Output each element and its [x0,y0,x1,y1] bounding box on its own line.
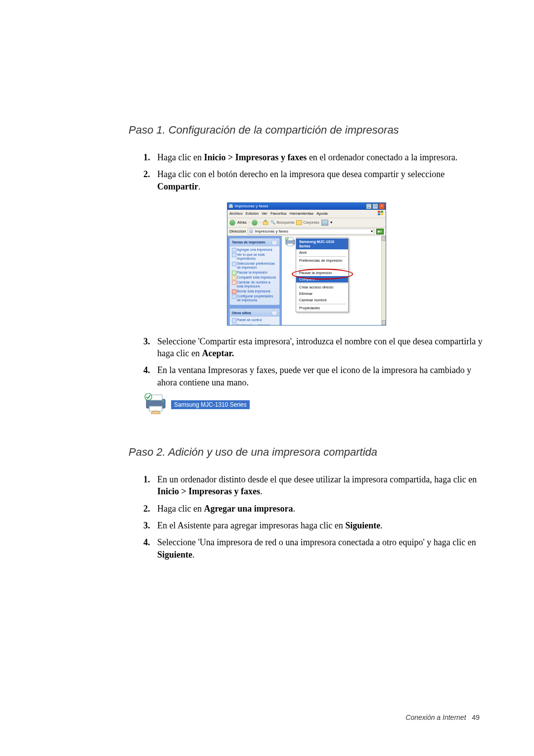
folders-button[interactable]: Carpetas [296,220,319,225]
step1-item-2: Haga clic con el botón derecho en la imp… [143,168,485,192]
collapse-icon[interactable]: ˆ [271,239,277,245]
maximize-icon[interactable]: □ [372,203,378,209]
menu-item[interactable]: Ayuda [316,211,328,216]
search-button[interactable]: Búsqueda [270,220,294,225]
place-link[interactable]: Escáneres y cámaras [232,323,277,325]
panel-title: Tareas de impresión [232,240,266,244]
minimize-icon[interactable]: _ [366,203,372,209]
close-icon[interactable]: × [379,203,385,209]
task-link[interactable]: Ver lo que se está imprimiendo [232,252,277,261]
bold: Agregar una impresora [204,504,293,514]
svg-rect-1 [229,204,232,206]
step2-item-2: Haga clic en Agregar una impresora. [143,503,485,515]
printers-faxes-icon [228,204,233,209]
ctx-pause[interactable]: Pausar la impresión [296,270,348,276]
step2-item-1: En un ordenador distinto desde el que de… [143,473,485,498]
task-link[interactable]: Compartir esta impresora [232,275,277,280]
ctx-delete[interactable]: Eliminar [296,290,348,297]
forward-icon[interactable] [252,220,258,226]
collapse-icon[interactable]: ˆ [271,310,277,316]
ctx-rename[interactable]: Cambiar nombre [296,297,348,303]
text: En un ordenador distinto desde el que de… [157,474,477,484]
svg-point-12 [293,240,294,241]
bold: Inicio > Impresoras y faxes [157,486,260,496]
bold: Inicio > Impresoras y faxes [204,152,307,162]
menu-item[interactable]: Ver [262,211,267,216]
scroll-down-icon[interactable] [382,320,386,325]
menu-item[interactable]: Favoritos [270,211,287,216]
step1-list: Haga clic en Inicio > Impresoras y faxes… [143,151,485,192]
text: . [293,504,295,514]
xp-window-buttons: _ □ × [366,203,385,209]
back-icon[interactable] [229,220,235,226]
footer-page-number: 49 [472,713,480,721]
task-link[interactable]: Cambiar de nombre a esta impresora [232,280,277,289]
scrollbar[interactable] [381,236,386,325]
step1-item-1: Haga clic en Inicio > Impresoras y faxes… [143,151,485,163]
shared-printer-illustration: Samsung MJC-1310 Series [143,393,485,416]
address-input[interactable]: Impresoras y faxes ▾ [248,229,374,235]
ctx-prefs[interactable]: Preferencias de impresión … [296,257,348,268]
bold: Siguiente [345,520,380,530]
task-link[interactable]: Configurar propiedades de impresora [232,294,277,303]
bold: Compartir [157,182,198,191]
shared-printer-icon [143,393,168,416]
page-footer: Conexión a Internet 49 [405,713,480,721]
ctx-shortcut[interactable]: Crear acceso directo [296,284,348,290]
text: Haga clic en [157,152,204,162]
menu-item[interactable]: Archivo [229,211,243,216]
printer-tasks-panel: Tareas de impresiónˆ Agregar una impreso… [229,238,280,306]
menu-item[interactable]: Edición [246,211,259,216]
svg-point-13 [285,237,288,240]
task-link[interactable]: Agregar una impresora [232,247,277,252]
text: En el Asistente para agregar impresoras … [157,520,345,530]
svg-rect-4 [378,213,380,215]
context-menu: Samsung MJC-1310 Series Abrir Preferenci… [296,237,349,312]
views-icon[interactable] [321,220,328,226]
panel-title: Otros sitios [232,311,251,315]
text: en el ordenador conectado a la impresora… [307,152,457,162]
go-button[interactable]: ▶ Ir [376,229,384,235]
ctx-share[interactable]: Compartir… [296,276,348,283]
xp-right-pane: Samsung MJC-1310 Series Abrir Preferenci… [282,236,386,325]
step2-list: En un ordenador distinto desde el que de… [143,473,485,561]
text: Haga clic con el botón derecho en la imp… [157,169,445,179]
xp-body: Tareas de impresiónˆ Agregar una impreso… [227,236,386,325]
xp-addressbar: Dirección Impresoras y faxes ▾ ▶ Ir [227,228,386,236]
text: En la ventana Impresoras y faxes, puede … [157,365,471,387]
xp-menubar: Archivo Edición Ver Favoritos Herramient… [227,210,386,218]
xp-toolbar: Atrás · · Búsqueda Carpetas ▾ [227,218,386,228]
printer-icon[interactable] [285,237,296,248]
task-link[interactable]: Borrar esta impresora [232,289,277,294]
bold: Aceptar. [202,348,234,358]
svg-point-17 [163,401,164,402]
document-page: Paso 1. Configuración de la compartición… [0,0,534,756]
task-link[interactable]: Seleccionar preferencias de impresión [232,261,277,270]
xp-titlebar: Impresoras y faxes _ □ × [227,203,386,210]
folder-icon [296,220,302,225]
ctx-props[interactable]: Propiedades [296,305,348,311]
svg-rect-11 [287,243,293,246]
footer-section: Conexión a Internet [405,713,466,721]
ctx-header: Samsung MJC-1310 Series [296,238,348,249]
step2-heading: Paso 2. Adición y uso de una impresora c… [129,446,485,459]
xp-window-illustration: Impresoras y faxes _ □ × Archivo Edición… [227,202,386,326]
place-link[interactable]: Panel de control [232,318,277,323]
svg-rect-6 [263,222,268,225]
svg-rect-5 [381,213,383,215]
step1-heading: Paso 1. Configuración de la compartición… [129,124,485,137]
text: . [260,486,263,496]
bold: Siguiente [157,550,192,560]
scroll-up-icon[interactable] [382,236,386,241]
text: Seleccione 'Una impresora de red o una i… [157,537,476,547]
step2-item-3: En el Asistente para agregar impresoras … [143,520,485,531]
dropdown-icon[interactable]: ▾ [371,229,373,234]
task-link[interactable]: Pausar la impresión [232,270,277,275]
up-icon[interactable] [263,219,268,226]
text: . [192,550,195,560]
ctx-open[interactable]: Abrir [296,249,348,256]
menu-item[interactable]: Herramientas [290,211,313,216]
windows-flag-icon [378,211,384,217]
xp-left-pane: Tareas de impresiónˆ Agregar una impreso… [227,236,282,325]
text: . [380,520,383,530]
